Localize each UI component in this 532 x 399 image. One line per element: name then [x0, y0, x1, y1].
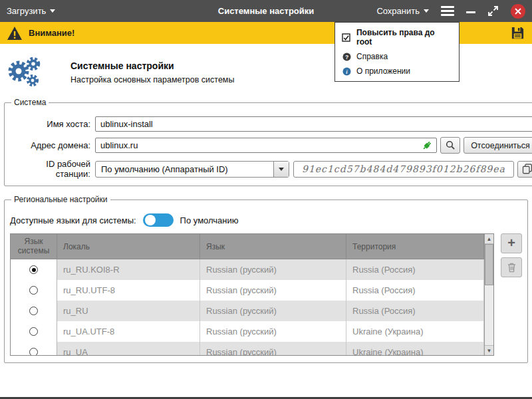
chevron-down-icon — [50, 9, 55, 13]
titlebar: Системные настройки Загрузить Сохранить — [0, 0, 532, 22]
locale-cell[interactable]: ru_UA — [57, 342, 200, 355]
trash-icon — [507, 262, 517, 273]
domain-input[interactable] — [95, 138, 437, 153]
regional-group: Региональные настройки Доступные языки д… — [4, 195, 528, 363]
language-cell[interactable]: Russian (русский) — [200, 321, 346, 342]
domain-search-button[interactable] — [440, 137, 460, 154]
menu-item-label: Справка — [356, 52, 388, 61]
gears-icon — [7, 56, 41, 89]
territory-cell[interactable]: Russia (Россия) — [346, 259, 484, 280]
languages-toggle[interactable] — [143, 213, 174, 227]
territory-cell[interactable]: Ukraine (Украина) — [346, 321, 484, 342]
language-cell[interactable]: Russian (русский) — [200, 342, 346, 355]
plug-connected-icon — [422, 140, 433, 153]
system-language-radio[interactable] — [11, 321, 57, 342]
menu-item-label: О приложении — [356, 66, 410, 76]
station-id-select[interactable]: По умолчанию (Аппаратный ID) — [95, 161, 289, 178]
save-menu-button[interactable]: Сохранить — [376, 6, 429, 16]
toggle-knob — [145, 215, 156, 225]
languages-toggle-state: По умолчанию — [180, 215, 239, 225]
add-locale-button[interactable]: + — [501, 233, 522, 253]
column-header-locale: Локаль — [57, 234, 200, 259]
territory-cell[interactable]: Russia (Россия) — [346, 280, 484, 301]
hostname-label: Имя хоста: — [10, 119, 95, 129]
save-to-disk-button[interactable] — [510, 25, 525, 41]
locale-cell[interactable]: ru_RU — [57, 301, 200, 321]
page-subtitle: Настройка основных параметров системы — [70, 75, 234, 84]
help-icon: ? — [342, 53, 351, 61]
system-language-radio[interactable] — [11, 301, 57, 321]
language-cell[interactable]: Russian (русский) — [200, 280, 346, 301]
app-dropdown-menu: Повысить права до root ? Справка i О при… — [334, 22, 460, 82]
regional-group-legend: Региональные настройки — [11, 195, 110, 204]
plus-icon: + — [507, 236, 515, 249]
disconnect-button[interactable]: Отсоединиться — [464, 137, 532, 154]
copy-icon — [522, 164, 532, 174]
scrollbar-track[interactable] — [485, 244, 493, 345]
locale-table-body: ru_RU.KOI8-RRussian (русский)Russia (Рос… — [11, 259, 484, 355]
menu-item-label: Повысить права до root — [356, 28, 452, 47]
territory-cell[interactable]: Ukraine (Украина) — [346, 342, 484, 355]
menu-item-elevate-root[interactable]: Повысить права до root — [335, 25, 459, 49]
radio-indicator — [29, 327, 38, 336]
locale-cell[interactable]: ru_RU.UTF-8 — [57, 280, 200, 301]
station-id-selected-option: По умолчанию (Аппаратный ID) — [96, 162, 273, 177]
svg-text:?: ? — [344, 53, 348, 60]
domain-label: Адрес домена: — [10, 140, 95, 150]
scroll-up-button[interactable]: ▲ — [485, 234, 493, 244]
locale-table: Язык системы Локаль Язык Территория ru_R… — [10, 233, 494, 356]
locale-cell[interactable]: ru_RU.KOI8-R — [57, 259, 200, 280]
expand-icon — [487, 5, 499, 17]
minimize-button[interactable] — [466, 11, 475, 13]
save-menu-label: Сохранить — [376, 6, 420, 16]
radio-indicator — [29, 307, 38, 315]
column-header-language: Язык — [200, 234, 346, 259]
warning-label: Внимание! — [29, 28, 74, 38]
language-cell[interactable]: Russian (русский) — [200, 259, 346, 280]
close-icon — [515, 8, 521, 15]
territory-cell[interactable]: Russia (Россия) — [346, 301, 484, 321]
column-header-territory: Территория — [346, 234, 484, 259]
delete-locale-button[interactable] — [501, 257, 522, 277]
table-row[interactable]: ru_UA.UTF-8Russian (русский)Ukraine (Укр… — [11, 321, 484, 342]
hostname-input[interactable] — [95, 116, 532, 132]
locale-table-header: Язык системы Локаль Язык Территория — [11, 234, 484, 259]
scroll-down-button[interactable]: ▼ — [485, 345, 493, 355]
table-row[interactable]: ru_UARussian (русский)Ukraine (Украина) — [11, 342, 484, 355]
load-menu-label: Загрузить — [7, 6, 46, 16]
locale-cell[interactable]: ru_UA.UTF-8 — [57, 321, 200, 342]
info-icon: i — [342, 67, 351, 76]
warning-triangle-icon — [7, 26, 23, 41]
close-button[interactable] — [511, 4, 525, 19]
menu-item-help[interactable]: ? Справка — [335, 49, 459, 64]
copy-id-button[interactable] — [517, 161, 532, 178]
checkbox-checked-icon — [342, 33, 351, 42]
system-group-legend: Система — [11, 98, 49, 107]
table-row[interactable]: ru_RU.KOI8-RRussian (русский)Russia (Рос… — [11, 259, 484, 280]
radio-indicator — [29, 286, 38, 295]
maximize-button[interactable] — [487, 5, 499, 17]
scrollbar-thumb[interactable] — [485, 244, 493, 285]
load-menu-button[interactable]: Загрузить — [7, 6, 55, 16]
table-row[interactable]: ru_RU.UTF-8Russian (русский)Russia (Росс… — [11, 280, 484, 301]
vertical-scrollbar[interactable]: ▲ ▼ — [484, 234, 493, 355]
magnifier-icon — [446, 140, 456, 150]
system-language-radio[interactable] — [11, 342, 57, 355]
system-group: Система Имя хоста: Адрес домена: — [4, 98, 532, 186]
system-language-radio[interactable] — [11, 259, 57, 280]
station-id-value: 91ec1cd57b484d479893f012b26f89ea — [293, 161, 514, 178]
chevron-down-icon — [279, 168, 284, 171]
table-row[interactable]: ru_RURussian (русский)Russia (Россия) — [11, 301, 484, 321]
languages-toggle-label: Доступные языки для системы: — [10, 215, 136, 225]
menu-item-about[interactable]: i О приложении — [335, 64, 459, 78]
floppy-disk-icon — [510, 25, 525, 41]
radio-indicator — [29, 265, 38, 274]
station-id-label: ID рабочей станции: — [10, 159, 95, 179]
chevron-down-icon — [424, 9, 429, 13]
page-title: Системные настройки — [70, 61, 234, 71]
system-language-radio[interactable] — [11, 280, 57, 301]
combo-dropdown-button[interactable] — [273, 162, 289, 177]
radio-indicator — [29, 348, 38, 355]
hamburger-menu-icon[interactable] — [441, 6, 454, 16]
language-cell[interactable]: Russian (русский) — [200, 301, 346, 321]
